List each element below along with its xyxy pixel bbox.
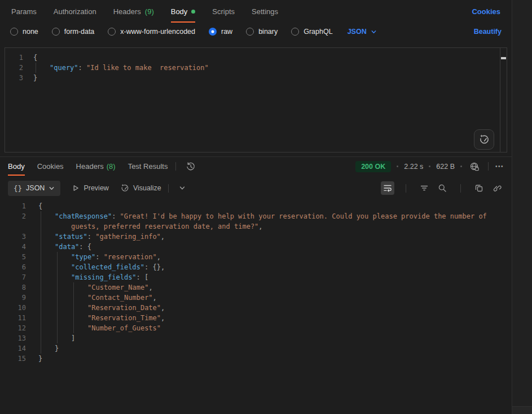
response-time: 2.22 s bbox=[404, 163, 423, 171]
code-text: "Customer_Name", bbox=[38, 282, 512, 293]
response-tab-test-results[interactable]: Test Results bbox=[128, 157, 168, 176]
visualize-button[interactable]: Visualize bbox=[120, 184, 161, 193]
body-type-label: raw bbox=[221, 28, 232, 36]
scrollbar-thumb[interactable] bbox=[501, 57, 506, 59]
search-icon[interactable] bbox=[436, 181, 449, 195]
divider bbox=[488, 162, 489, 171]
indent-guide bbox=[73, 282, 74, 293]
tab-headers[interactable]: Headers(9) bbox=[113, 0, 154, 23]
preview-button[interactable]: Preview bbox=[72, 184, 108, 192]
dot-separator bbox=[397, 165, 398, 167]
more-views-chevron-icon[interactable] bbox=[175, 181, 189, 195]
token-punc: { bbox=[33, 54, 37, 62]
body-type-graphql[interactable]: GraphQL bbox=[291, 28, 332, 36]
line-number: 13 bbox=[0, 333, 26, 343]
token-punc: : bbox=[78, 64, 86, 72]
history-icon[interactable] bbox=[184, 160, 197, 173]
body-type-options: noneform-datax-www-form-urlencodedrawbin… bbox=[10, 28, 333, 36]
indent-guide bbox=[41, 323, 41, 333]
code-line: 15} bbox=[0, 354, 512, 364]
code-text: { bbox=[38, 201, 512, 211]
indent-guide bbox=[57, 272, 58, 282]
code-text: { bbox=[33, 53, 507, 63]
language-selector[interactable]: JSON bbox=[348, 28, 377, 36]
token-punc: , bbox=[161, 314, 165, 322]
line-number: 3 bbox=[5, 73, 23, 83]
tab-scripts[interactable]: Scripts bbox=[212, 0, 235, 23]
code-line: 4"data": { bbox=[0, 242, 512, 252]
indent-guide bbox=[41, 272, 41, 282]
more-actions-button[interactable]: ••• bbox=[495, 163, 504, 169]
response-tab-cookies[interactable]: Cookies bbox=[37, 157, 64, 176]
token-key: "missing_fields" bbox=[71, 273, 137, 281]
tab-label: Body bbox=[171, 7, 188, 16]
code-text: "Reservation_Date", bbox=[38, 303, 512, 313]
tab-settings[interactable]: Settings bbox=[252, 0, 278, 23]
request-body-editor[interactable]: 1{2"query": "Id like to make reservation… bbox=[5, 47, 507, 152]
body-type-label: form-data bbox=[64, 28, 95, 36]
tab-label: Authorization bbox=[54, 7, 96, 16]
link-icon[interactable] bbox=[490, 181, 504, 195]
radio-graphql[interactable] bbox=[291, 28, 299, 36]
beautify-link[interactable]: Beautify bbox=[474, 28, 502, 36]
postbot-button[interactable] bbox=[474, 129, 494, 150]
indent-guide bbox=[57, 282, 58, 293]
code-line: 3} bbox=[5, 73, 507, 83]
cookies-link[interactable]: Cookies bbox=[472, 7, 500, 16]
indent-guide bbox=[57, 333, 58, 343]
token-str: "Id like to make reservation" bbox=[86, 64, 209, 72]
tab-label: Settings bbox=[252, 7, 278, 16]
token-punc: , bbox=[157, 253, 161, 261]
code-text: } bbox=[38, 354, 512, 364]
tab-label: Cookies bbox=[37, 162, 64, 171]
response-tab-body[interactable]: Body bbox=[8, 157, 25, 176]
radio-x-www-form-urlencoded[interactable] bbox=[108, 28, 116, 36]
copy-icon[interactable] bbox=[472, 181, 486, 195]
line-number: 6 bbox=[0, 262, 26, 272]
code-line: 7"missing_fields": [ bbox=[0, 272, 512, 282]
indent-guide bbox=[73, 293, 74, 303]
tab-authorization[interactable]: Authorization bbox=[54, 0, 96, 23]
radio-binary[interactable] bbox=[246, 28, 254, 36]
token-punc: } bbox=[55, 345, 59, 352]
preview-label: Preview bbox=[83, 184, 108, 192]
body-type-x-www-form-urlencoded[interactable]: x-www-form-urlencoded bbox=[108, 28, 195, 36]
token-punc: , bbox=[161, 304, 165, 312]
code-line: 5"type": "reservation", bbox=[0, 252, 512, 262]
code-line: 1{ bbox=[5, 53, 507, 63]
tab-params[interactable]: Params bbox=[11, 0, 37, 23]
response-format-select[interactable]: {} JSON bbox=[8, 181, 60, 196]
line-number: 3 bbox=[0, 232, 26, 242]
indent-guide bbox=[57, 323, 58, 333]
visualize-label: Visualize bbox=[133, 184, 161, 192]
body-type-none[interactable]: none bbox=[10, 28, 38, 36]
wrap-text-icon[interactable] bbox=[381, 181, 394, 195]
body-type-binary[interactable]: binary bbox=[246, 28, 278, 36]
indent-guide bbox=[73, 313, 74, 323]
code-line: 2"query": "Id like to make reservation" bbox=[5, 63, 507, 73]
response-tab-headers[interactable]: Headers(8) bbox=[76, 157, 116, 176]
sparkle-circle-icon bbox=[478, 134, 490, 145]
code-text: ] bbox=[38, 333, 512, 343]
tab-count-badge: (8) bbox=[107, 162, 116, 171]
status-badge: 200 OK bbox=[355, 161, 391, 172]
filter-icon[interactable] bbox=[417, 181, 431, 195]
response-meta: 200 OK 2.22 s 622 B •• bbox=[355, 160, 504, 173]
body-type-raw[interactable]: raw bbox=[209, 28, 232, 36]
token-punc: ] bbox=[71, 334, 75, 342]
radio-form-data[interactable] bbox=[52, 28, 60, 36]
request-response-panel: ParamsAuthorizationHeaders(9)BodyScripts… bbox=[0, 0, 512, 414]
unsaved-changes-dot bbox=[191, 10, 195, 14]
tab-body[interactable]: Body bbox=[171, 0, 196, 23]
code-line: 14} bbox=[0, 343, 512, 354]
network-globe-icon[interactable] bbox=[468, 160, 481, 173]
code-line: 9"Contact_Number", bbox=[0, 293, 512, 303]
token-str: "reservation" bbox=[104, 253, 157, 261]
editor-scrollbar[interactable] bbox=[500, 48, 507, 152]
indent-guide bbox=[57, 313, 58, 323]
body-type-form-data[interactable]: form-data bbox=[52, 28, 95, 36]
radio-none[interactable] bbox=[10, 28, 18, 36]
radio-raw[interactable] bbox=[209, 28, 217, 36]
request-code[interactable]: 1{2"query": "Id like to make reservation… bbox=[5, 48, 507, 83]
app-window: ParamsAuthorizationHeaders(9)BodyScripts… bbox=[0, 0, 532, 414]
